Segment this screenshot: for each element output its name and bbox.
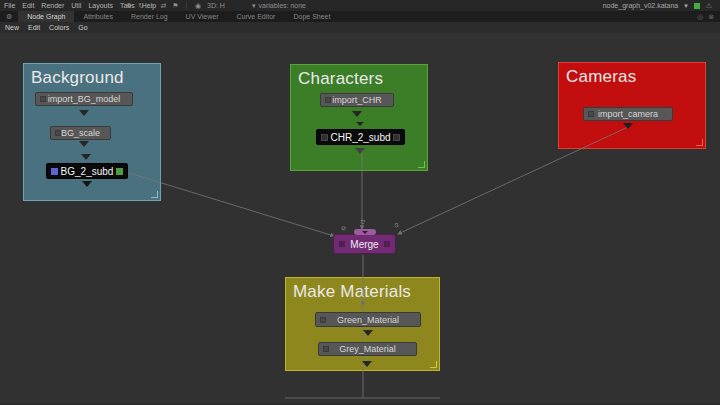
node-label: import_BG_model: [48, 94, 121, 104]
input-port[interactable]: [323, 346, 329, 352]
tab-label: Dope Sheet: [293, 13, 330, 20]
edit-flag[interactable]: [393, 134, 400, 141]
view-flag[interactable]: [321, 134, 328, 141]
input-port[interactable]: [320, 317, 326, 323]
tab-label: UV Viewer: [186, 13, 219, 20]
input-port[interactable]: [40, 96, 46, 102]
node-grey-material[interactable]: Grey_Material: [318, 342, 417, 356]
chevron-down-icon: ▾: [252, 2, 256, 10]
mode-3d-label: 3D: H: [207, 2, 225, 9]
resize-handle[interactable]: [151, 191, 158, 198]
input-port[interactable]: [588, 111, 594, 117]
node-label: Merge: [350, 239, 378, 250]
variables-label: variables: none: [259, 2, 306, 9]
panel-menu-edit[interactable]: Edit: [28, 24, 40, 31]
view-flag-blue[interactable]: [51, 168, 58, 175]
input-port-arrow[interactable]: [81, 154, 91, 160]
output-port-arrow[interactable]: [362, 361, 372, 367]
output-port-arrow[interactable]: [79, 141, 89, 147]
group-title: Background: [24, 64, 160, 88]
status-ok-indicator: [694, 3, 700, 9]
tab-attributes[interactable]: Attributes: [74, 11, 122, 22]
output-port-arrow[interactable]: [355, 148, 365, 154]
edit-flag[interactable]: [384, 241, 390, 247]
tab-dope-sheet[interactable]: Dope Sheet: [284, 11, 339, 22]
warning-icon[interactable]: ⚠: [706, 2, 712, 10]
swap-icon[interactable]: ⇄: [160, 2, 166, 10]
node-label: import_camera: [598, 109, 658, 119]
resize-handle[interactable]: [696, 139, 703, 146]
gear-icon[interactable]: ⚙: [0, 11, 18, 22]
input-port-arrow[interactable]: [356, 122, 364, 126]
tab-label: Curve Editor: [237, 13, 276, 20]
output-port-arrow[interactable]: [363, 330, 373, 336]
view-flag[interactable]: [339, 241, 345, 247]
input-port[interactable]: [325, 97, 331, 103]
resize-handle[interactable]: [418, 161, 425, 168]
tab-label: Render Log: [131, 13, 168, 20]
panel-close-icon[interactable]: ⊗: [708, 13, 714, 21]
node-label: BG_scale: [61, 128, 100, 138]
panel-menu-colors[interactable]: Colors: [49, 24, 69, 31]
chevron-down-icon: [362, 231, 368, 234]
group-characters[interactable]: Characters: [290, 64, 428, 171]
node-label: Green_Material: [337, 315, 399, 325]
menu-edit[interactable]: Edit: [22, 2, 34, 9]
tab-render-log[interactable]: Render Log: [122, 11, 177, 22]
tab-bar-right: ◎ ⊗: [697, 11, 720, 22]
tab-curve-editor[interactable]: Curve Editor: [228, 11, 285, 22]
group-title: Make Materials: [286, 278, 439, 302]
tab-uv-viewer[interactable]: UV Viewer: [177, 11, 228, 22]
node-bg-scale[interactable]: BG_scale: [50, 126, 111, 140]
node-label: CHR_2_subd: [330, 132, 390, 143]
output-port-arrow[interactable]: [352, 111, 362, 117]
output-port-arrow[interactable]: [82, 181, 92, 187]
toolbar-separator: │: [185, 2, 189, 9]
node-bg-2-subd[interactable]: BG_2_subd: [46, 163, 128, 179]
menu-render[interactable]: Render: [41, 2, 64, 9]
menu-layouts[interactable]: Layouts: [88, 2, 113, 9]
node-import-bg-model[interactable]: import_BG_model: [35, 92, 133, 106]
group-title: Characters: [291, 65, 427, 89]
tab-node-graph[interactable]: Node Graph: [18, 11, 74, 22]
toolbar-icons: ❖ ↻ ⌂ ⇄ ⚑ │ ◉ 3D: H: [126, 0, 225, 11]
node-label: import_CHR: [332, 95, 382, 105]
menu-util[interactable]: Util: [71, 2, 81, 9]
panel-options-icon[interactable]: ◎: [697, 13, 703, 21]
menu-file[interactable]: File: [4, 2, 15, 9]
tab-label: Attributes: [83, 13, 113, 20]
flag-icon[interactable]: ⚑: [172, 2, 178, 10]
node-label: BG_2_subd: [61, 166, 114, 177]
chevron-down-icon[interactable]: ▾: [684, 2, 688, 10]
record-icon[interactable]: ◉: [195, 2, 201, 10]
node-import-camera[interactable]: import_camera: [583, 107, 673, 121]
edit-flag-green[interactable]: [116, 168, 123, 175]
node-chr-2-subd[interactable]: CHR_2_subd: [316, 129, 405, 145]
refresh-icon[interactable]: ↻: [138, 2, 144, 10]
node-green-material[interactable]: Green_Material: [315, 312, 421, 327]
merge-input-pill[interactable]: [354, 229, 376, 235]
resize-handle[interactable]: [430, 361, 437, 368]
output-port-arrow[interactable]: [623, 123, 633, 129]
gadget-icon[interactable]: ❖: [126, 2, 132, 10]
input-port[interactable]: [55, 130, 61, 136]
panel-menu-new[interactable]: New: [5, 24, 19, 31]
menubar-right: node_graph_v02.katana ▾ ⚠: [603, 0, 712, 11]
scene-file-selector[interactable]: node_graph_v02.katana: [603, 2, 679, 9]
variables-selector[interactable]: ▾ variables: none: [252, 0, 306, 11]
output-port-arrow[interactable]: [79, 110, 89, 116]
tab-label: Node Graph: [27, 13, 65, 20]
group-title: Cameras: [559, 63, 705, 87]
group-cameras[interactable]: Cameras: [558, 62, 706, 149]
tab-bar: ⚙ Node Graph Attributes Render Log UV Vi…: [0, 11, 720, 22]
node-import-chr[interactable]: import_CHR: [320, 93, 394, 107]
panel-menu-go[interactable]: Go: [78, 24, 87, 31]
node-label: Grey_Material: [339, 344, 396, 354]
home-icon[interactable]: ⌂: [150, 2, 154, 9]
node-merge[interactable]: Merge: [333, 234, 396, 254]
